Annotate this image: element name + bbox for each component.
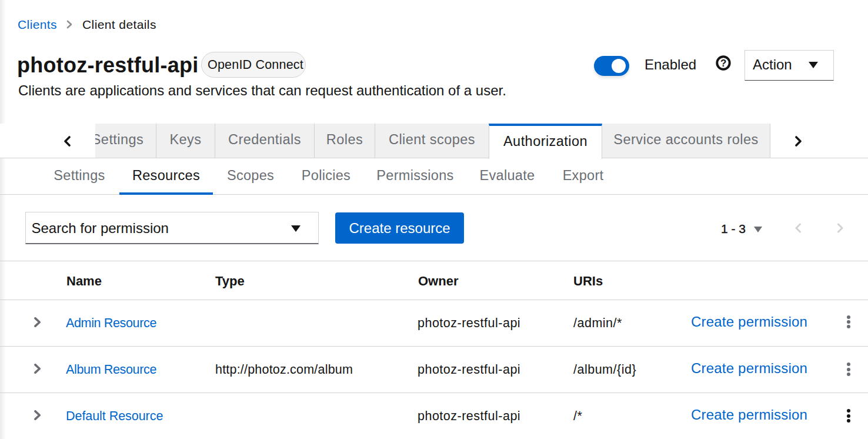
svg-text:?: ? bbox=[720, 58, 726, 69]
